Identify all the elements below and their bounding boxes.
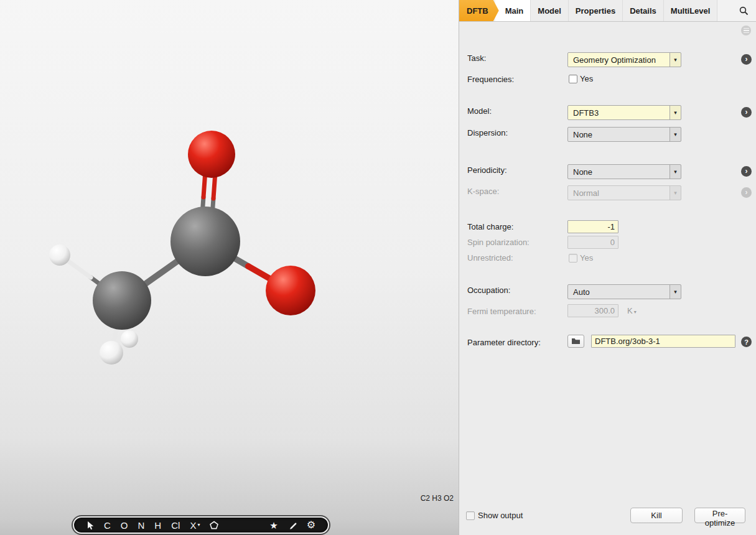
- fermi-temperature-label: Fermi temperature:: [467, 307, 536, 316]
- show-output-label: Show output: [478, 511, 523, 520]
- model-detail-button[interactable]: ›: [741, 107, 752, 118]
- element-o-button[interactable]: O: [116, 521, 133, 530]
- dispersion-value: None: [568, 128, 670, 141]
- element-c-button[interactable]: C: [99, 521, 116, 530]
- hydrogen-atom[interactable]: [100, 341, 123, 365]
- pen-tool-icon[interactable]: [283, 521, 302, 530]
- ring-tool-icon[interactable]: [205, 521, 223, 529]
- tab-model[interactable]: Model: [531, 0, 569, 21]
- tab-dftb[interactable]: DFTB: [459, 0, 499, 21]
- preoptimize-button[interactable]: Pre-optimize: [694, 508, 745, 523]
- star-tool-icon[interactable]: ★: [264, 521, 282, 530]
- occupation-label: Occupation:: [467, 286, 510, 295]
- search-icon[interactable]: [732, 0, 756, 21]
- fermi-unit-label: K: [627, 306, 633, 315]
- folder-icon: [571, 338, 581, 345]
- pencil-icon: [288, 521, 297, 530]
- kspace-label: K-space:: [467, 187, 499, 196]
- chevron-down-icon: ▾: [634, 309, 637, 315]
- periodicity-label: Periodicity:: [467, 165, 507, 175]
- parameter-directory-input[interactable]: [591, 335, 735, 348]
- parameter-directory-help-button[interactable]: ?: [741, 337, 752, 347]
- dropdown-arrow-icon[interactable]: ▾: [670, 106, 681, 119]
- dispersion-label: Dispersion:: [467, 128, 508, 137]
- browse-folder-button[interactable]: [567, 335, 584, 348]
- chevron-down-icon: ▾: [197, 523, 200, 528]
- periodicity-dropdown[interactable]: None ▾: [567, 164, 681, 179]
- magnifier-icon: [739, 6, 749, 16]
- show-output-checkbox[interactable]: [466, 511, 475, 520]
- total-charge-label: Total charge:: [467, 222, 513, 231]
- dftb-settings-panel: DFTB Main Model Properties Details Multi…: [459, 0, 756, 535]
- kspace-detail-button: ›: [741, 187, 752, 198]
- element-x-label: X: [190, 521, 196, 530]
- tab-properties[interactable]: Properties: [569, 0, 623, 21]
- unrestricted-checkbox: [569, 254, 577, 263]
- molecule-formula: C2 H3 O2: [421, 494, 454, 503]
- dropdown-arrow-icon[interactable]: ▾: [670, 165, 681, 179]
- element-x-button[interactable]: X ▾: [185, 521, 205, 530]
- pointer-tool-icon[interactable]: [82, 521, 99, 530]
- task-dropdown[interactable]: Geometry Optimization ▾: [567, 52, 681, 67]
- oxygen-atom[interactable]: [188, 131, 235, 178]
- atom-toolbar: C O N H Cl X ▾ ★ ⚙: [73, 516, 329, 534]
- hydrogen-atom[interactable]: [121, 330, 138, 348]
- tab-multilevel[interactable]: MultiLevel: [664, 0, 718, 21]
- model-value: DFTB3: [568, 106, 670, 119]
- total-charge-input[interactable]: [567, 220, 618, 233]
- carbon-atom-methyl[interactable]: [93, 271, 151, 330]
- dropdown-arrow-icon[interactable]: ▾: [670, 53, 681, 67]
- frequencies-checkbox[interactable]: [569, 75, 577, 83]
- tab-main[interactable]: Main: [495, 0, 531, 21]
- periodicity-value: None: [568, 165, 670, 179]
- occupation-dropdown[interactable]: Auto ▾: [567, 284, 681, 299]
- element-h-button[interactable]: H: [149, 521, 166, 530]
- dropdown-arrow-icon: ▾: [670, 186, 681, 200]
- spin-polarization-input: [567, 236, 618, 249]
- spin-polarization-label: Spin polarization:: [467, 238, 530, 247]
- periodicity-detail-button[interactable]: ›: [741, 166, 752, 177]
- element-n-button[interactable]: N: [133, 521, 150, 530]
- application-window: C2 H3 O2 C O N H Cl X ▾ ★: [0, 0, 756, 535]
- dispersion-dropdown[interactable]: None ▾: [567, 127, 681, 142]
- unrestricted-label: Unrestricted:: [467, 253, 513, 263]
- tab-details[interactable]: Details: [623, 0, 664, 21]
- gear-tool-icon[interactable]: ⚙: [302, 520, 320, 530]
- kill-button[interactable]: Kill: [630, 508, 683, 523]
- tab-bar: DFTB Main Model Properties Details Multi…: [459, 0, 756, 22]
- frequencies-option-label: Yes: [580, 74, 593, 83]
- task-detail-button[interactable]: ›: [741, 54, 752, 65]
- fermi-unit: K▾: [627, 306, 637, 315]
- kspace-dropdown: Normal ▾: [567, 185, 681, 200]
- pentagon-icon: [210, 521, 218, 529]
- carbon-atom-carboxyl[interactable]: [170, 207, 240, 276]
- dropdown-arrow-icon[interactable]: ▾: [670, 285, 681, 299]
- panel-menu-icon[interactable]: [741, 26, 751, 35]
- task-label: Task:: [467, 54, 486, 63]
- kspace-value: Normal: [568, 186, 670, 200]
- oxygen-atom[interactable]: [266, 266, 315, 315]
- occupation-value: Auto: [568, 285, 670, 299]
- cursor-arrow-icon: [86, 521, 94, 530]
- model-label: Model:: [467, 106, 492, 116]
- parameter-directory-label: Parameter directory:: [467, 338, 541, 347]
- molecule-viewer[interactable]: C2 H3 O2 C O N H Cl X ▾ ★: [0, 0, 459, 535]
- fermi-temperature-input: [567, 304, 618, 317]
- hydrogen-atom[interactable]: [49, 244, 70, 266]
- dropdown-arrow-icon[interactable]: ▾: [670, 128, 681, 141]
- unrestricted-option-label: Yes: [580, 253, 593, 263]
- model-dropdown[interactable]: DFTB3 ▾: [567, 105, 681, 120]
- molecule-3d-scene[interactable]: [0, 0, 459, 535]
- frequencies-label: Frequencies:: [467, 75, 514, 84]
- task-value: Geometry Optimization: [568, 53, 670, 67]
- element-cl-button[interactable]: Cl: [166, 521, 185, 530]
